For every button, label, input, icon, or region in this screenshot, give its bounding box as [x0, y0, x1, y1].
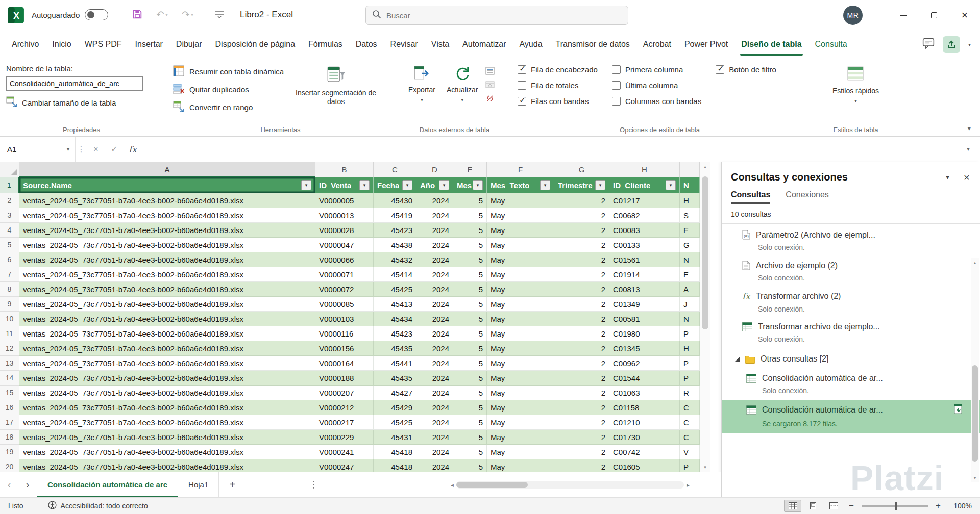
cell[interactable]: C01914 — [609, 267, 680, 282]
name-box[interactable]: A1 — [0, 137, 61, 162]
insert-function-button[interactable]: fx — [124, 137, 142, 162]
save-icon[interactable] — [132, 9, 143, 20]
row-number-4[interactable]: 4 — [0, 223, 19, 238]
cell[interactable]: ventas_2024-05_73c77051-b7a0-4ee3-b002-b… — [19, 459, 315, 472]
cell[interactable]: 5 — [453, 193, 487, 208]
vertical-scroll-thumb[interactable] — [702, 176, 708, 329]
cell[interactable]: C01217 — [609, 193, 680, 208]
cell[interactable]: 5 — [453, 297, 487, 312]
checkbox-columnas-con-bandas[interactable] — [612, 97, 621, 106]
cell[interactable]: 2024 — [416, 430, 453, 445]
style-option-filas-con-bandas[interactable]: Filas con bandas — [518, 97, 598, 106]
ribbon-tab-revisar[interactable]: Revisar — [384, 31, 425, 58]
cell[interactable]: ventas_2024-05_73c77051-b7a0-4ee3-b002-b… — [19, 371, 315, 386]
cell[interactable]: May — [487, 238, 554, 252]
ribbon-tab-vista[interactable]: Vista — [425, 31, 456, 58]
cell[interactable]: 45435 — [374, 371, 416, 386]
cell[interactable]: 45435 — [374, 341, 416, 356]
cell[interactable]: ventas_2024-05_73c77051-b7a0-4ee3-b002-b… — [19, 415, 315, 430]
cell[interactable]: C01158 — [609, 400, 680, 415]
cell[interactable]: 2024 — [416, 238, 453, 252]
cell[interactable]: V0000188 — [315, 371, 374, 386]
cell[interactable]: 2024 — [416, 341, 453, 356]
resize-table-button[interactable]: Cambiar tamaño de la tabla — [6, 96, 157, 109]
formula-input-area[interactable] — [142, 137, 957, 162]
row-number-18[interactable]: 18 — [0, 430, 19, 445]
ribbon-tab-dibujar[interactable]: Dibujar — [169, 31, 209, 58]
column-header-g[interactable]: G — [554, 162, 609, 177]
cell[interactable]: 45429 — [374, 400, 416, 415]
cell[interactable]: ventas_2024-05_73c77051-b7a0-4ee3-b002-b… — [19, 238, 315, 252]
cell[interactable]: 5 — [453, 430, 487, 445]
row-number-7[interactable]: 7 — [0, 267, 19, 282]
quick-styles-button[interactable]: Estilos rápidos ▾ — [828, 63, 883, 123]
cell[interactable]: P — [680, 459, 700, 472]
zoom-level[interactable]: 100% — [947, 502, 972, 510]
cell[interactable]: P — [680, 356, 700, 371]
cell[interactable]: ventas_2024-05_73c77051-b7a0-4ee3-b002-b… — [19, 223, 315, 238]
cell[interactable]: 5 — [453, 208, 487, 223]
cell[interactable]: C — [680, 400, 700, 415]
cell[interactable]: V0000103 — [315, 312, 374, 326]
sheet-tab-consolidacion-automatica-de-arc[interactable]: Consolidación automática de arc — [37, 472, 178, 497]
cell[interactable]: 5 — [453, 386, 487, 400]
filter-button[interactable]: ▾ — [301, 180, 311, 190]
table-name-input[interactable] — [6, 76, 143, 91]
cell[interactable]: May — [487, 282, 554, 297]
cell[interactable]: May — [487, 459, 554, 472]
share-chevron-icon[interactable]: ▾ — [968, 42, 971, 47]
cell[interactable]: ventas_2024-05_73c77051-b7a0-4ee3-b002-b… — [19, 326, 315, 341]
query-item-parametro2-archivo-de-ejempl[interactable]: (#)Parámetro2 (Archivo de ejempl...Solo … — [722, 226, 980, 256]
cell[interactable]: V0000066 — [315, 252, 374, 267]
cell[interactable]: May — [487, 400, 554, 415]
sheet-options-icon[interactable]: ⋮ — [306, 472, 321, 497]
cell[interactable]: 45414 — [374, 267, 416, 282]
cell[interactable]: 45419 — [374, 208, 416, 223]
filter-button[interactable]: ▾ — [402, 180, 412, 190]
cancel-entry-button[interactable]: × — [87, 137, 105, 162]
cell[interactable]: May — [487, 208, 554, 223]
cell[interactable]: 2 — [554, 459, 609, 472]
sheet-nav-left-icon[interactable]: ‹ — [0, 472, 18, 497]
table-header-cell-trimestre[interactable]: Trimestre▾ — [554, 177, 609, 193]
expand-formula-bar-icon[interactable]: ▾ — [957, 137, 980, 162]
search-box[interactable] — [365, 6, 628, 25]
cell[interactable]: 2024 — [416, 312, 453, 326]
ribbon-tab-datos[interactable]: Datos — [349, 31, 384, 58]
cell[interactable]: N — [680, 312, 700, 326]
page-layout-view-button[interactable] — [804, 500, 822, 512]
ribbon-tab-acrobat[interactable]: Acrobat — [636, 31, 678, 58]
cell[interactable]: May — [487, 415, 554, 430]
cell[interactable]: 2 — [554, 326, 609, 341]
cell[interactable]: 2024 — [416, 267, 453, 282]
cell[interactable]: 45430 — [374, 193, 416, 208]
cell[interactable]: V0000072 — [315, 282, 374, 297]
convert-to-range-button[interactable]: Convertir en rango — [169, 99, 287, 115]
ribbon-tab-formulas[interactable]: Fórmulas — [302, 31, 349, 58]
ribbon-tab-ayuda[interactable]: Ayuda — [512, 31, 549, 58]
cell[interactable]: V0000156 — [315, 341, 374, 356]
checkbox-primera-columna[interactable] — [612, 65, 621, 74]
row-number-13[interactable]: 13 — [0, 356, 19, 371]
cell[interactable]: ventas_2024-05_73c77051-b7a0-4ee3-b002-b… — [19, 282, 315, 297]
cell[interactable]: 2 — [554, 415, 609, 430]
cell[interactable]: May — [487, 341, 554, 356]
filter-button[interactable]: ▾ — [439, 180, 449, 190]
cell[interactable]: V0000207 — [315, 386, 374, 400]
row-number-8[interactable]: 8 — [0, 282, 19, 297]
cell[interactable]: C00133 — [609, 238, 680, 252]
minimize-button[interactable] — [888, 0, 919, 31]
cell[interactable]: ventas_2024-05_73c77051-b7a0-4ee3-b002-b… — [19, 297, 315, 312]
row-number-16[interactable]: 16 — [0, 400, 19, 415]
sheet-tab-hoja1[interactable]: Hoja1 — [178, 472, 219, 497]
query-item-transformar-archivo-de-ejemplo[interactable]: Transformar archivo de ejemplo...Solo co… — [722, 318, 980, 348]
ribbon-tab-wps-pdf[interactable]: WPS PDF — [78, 31, 129, 58]
cell[interactable]: C01345 — [609, 341, 680, 356]
ribbon-tab-consulta[interactable]: Consulta — [808, 31, 854, 58]
cell[interactable]: 2 — [554, 193, 609, 208]
cell[interactable]: May — [487, 267, 554, 282]
panel-tab-conexiones[interactable]: Conexiones — [786, 190, 829, 204]
formula-input[interactable] — [146, 145, 952, 153]
panel-scroll-down-icon[interactable]: ▾ — [971, 473, 979, 482]
cell[interactable]: C — [680, 430, 700, 445]
